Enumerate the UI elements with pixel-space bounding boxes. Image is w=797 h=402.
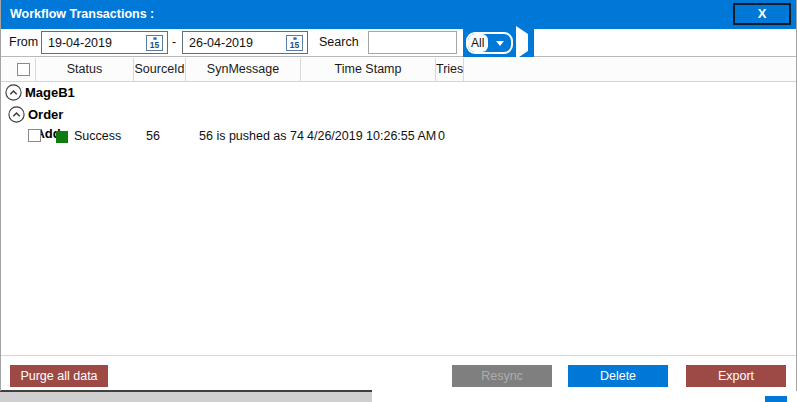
play-icon (516, 26, 528, 59)
cell-sourceid: 56 (146, 126, 160, 147)
workflow-transactions-dialog: Workflow Transactions : X From 19-04-201… (0, 0, 797, 402)
column-header-synmessage[interactable]: SynMessage (186, 58, 301, 82)
chevron-up-circle-icon (8, 106, 25, 123)
cell-synmessage: 56 is pushed as 74 (199, 126, 304, 147)
collapse-group-button[interactable] (5, 84, 22, 101)
column-header-tries[interactable]: Tries (436, 58, 464, 82)
table-row: Success 56 56 is pushed as 74 4/26/2019 … (1, 126, 796, 148)
calendar-day-label: 15 (147, 40, 162, 50)
purge-all-data-button[interactable]: Purge all data (10, 365, 108, 387)
filter-selected-value: All (468, 34, 488, 52)
delete-button[interactable]: Delete (568, 365, 668, 387)
filter-toolbar-block: All (463, 29, 534, 57)
table-header: Status SourceId SynMessage Time Stamp Tr… (1, 58, 796, 82)
date-to-input[interactable]: 26-04-2019 15 (182, 31, 308, 54)
column-header-sourceid[interactable]: SourceId (134, 58, 186, 82)
filter-dropdown[interactable]: All (466, 32, 513, 54)
calendar-icon[interactable]: 15 (146, 35, 163, 51)
calendar-day-label: 15 (287, 40, 302, 50)
cell-timestamp: 4/26/2019 10:26:55 AM (307, 126, 436, 147)
search-input[interactable] (368, 31, 457, 54)
collapse-group-button[interactable] (8, 106, 25, 123)
row-checkbox[interactable] (28, 129, 41, 142)
table-body: MageB1 Order : Add Success 56 56 is push… (1, 82, 796, 356)
filter-dropdown-toggle[interactable] (488, 34, 511, 52)
date-range-separator: - (172, 29, 176, 56)
date-from-value: 19-04-2019 (42, 36, 112, 50)
cell-tries: 0 (438, 126, 445, 147)
success-status-icon (56, 131, 68, 143)
run-filter-button[interactable] (516, 34, 532, 52)
window-title: Workflow Transactions : (10, 0, 154, 29)
titlebar: Workflow Transactions : X (0, 0, 797, 29)
calendar-icon[interactable]: 15 (286, 35, 303, 51)
cell-status: Success (74, 126, 121, 147)
group-label: MageB1 (25, 83, 75, 102)
date-to-value: 26-04-2019 (183, 36, 253, 50)
toolbar: From 19-04-2019 15 - 26-04-2019 15 Searc… (1, 29, 796, 57)
export-button[interactable]: Export (686, 365, 786, 387)
search-label: Search (319, 29, 359, 56)
date-from-input[interactable]: 19-04-2019 15 (41, 31, 168, 54)
column-header-status[interactable]: Status (36, 58, 134, 82)
background-window-fragment (765, 396, 787, 402)
select-all-checkbox[interactable] (17, 63, 30, 76)
close-button[interactable]: X (733, 3, 791, 25)
column-header-timestamp[interactable]: Time Stamp (301, 58, 436, 82)
background-window-edge (0, 392, 372, 402)
from-label: From (9, 29, 38, 56)
column-header-select (1, 58, 36, 82)
resync-button[interactable]: Resync (452, 365, 552, 387)
chevron-down-icon (496, 41, 504, 46)
chevron-up-circle-icon (5, 84, 22, 101)
